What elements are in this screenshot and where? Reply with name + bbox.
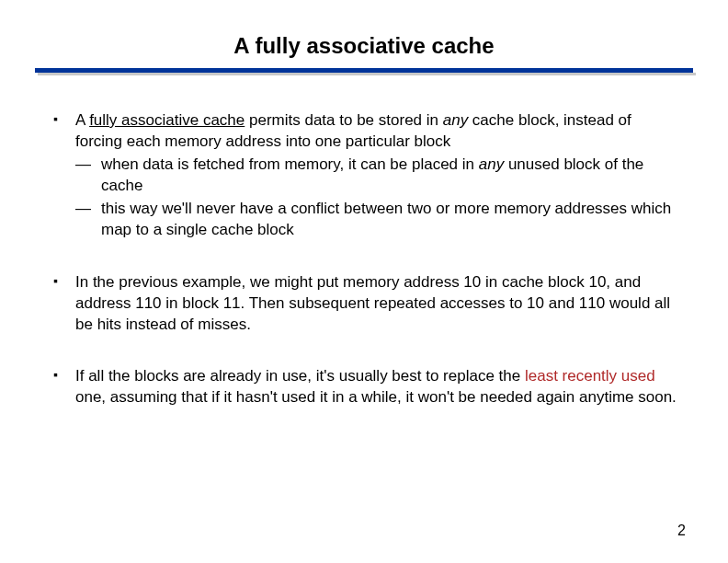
text-run: If all the blocks are already in use, it… — [75, 367, 525, 385]
bullet-level-2: this way we'll never have a conflict bet… — [75, 199, 678, 241]
bullet-level-2: when data is fetched from memory, it can… — [75, 155, 678, 197]
bullet-level-1: A fully associative cache permits data t… — [50, 110, 678, 241]
text-run: when data is fetched from memory, it can… — [101, 155, 479, 173]
text-run: permits data to be stored in — [245, 111, 442, 129]
text-run: one, assuming that if it hasn't used it … — [75, 388, 677, 406]
text-run: fully associative cache — [89, 111, 245, 129]
divider-shadow — [38, 73, 696, 75]
bullet-text: In the previous example, we might put me… — [75, 272, 678, 336]
text-run: this way we'll never have a conflict bet… — [101, 200, 671, 238]
text-run: In the previous example, we might put me… — [75, 273, 670, 333]
page-number: 2 — [677, 523, 686, 539]
text-run: any — [479, 155, 504, 173]
text-run: any — [443, 111, 468, 129]
bullet-level-1: In the previous example, we might put me… — [50, 272, 678, 336]
title-area: A fully associative cache — [0, 0, 728, 59]
bullet-text: If all the blocks are already in use, it… — [75, 366, 678, 408]
slide-title: A fully associative cache — [233, 33, 494, 59]
bullet-text: A fully associative cache permits data t… — [75, 110, 678, 153]
slide-content: A fully associative cache permits data t… — [50, 110, 678, 408]
text-run: A — [75, 111, 89, 129]
title-divider — [35, 68, 693, 75]
slide: A fully associative cache A fully associ… — [0, 0, 728, 563]
text-run: least recently used — [525, 367, 655, 385]
bullet-level-1: If all the blocks are already in use, it… — [50, 366, 678, 408]
